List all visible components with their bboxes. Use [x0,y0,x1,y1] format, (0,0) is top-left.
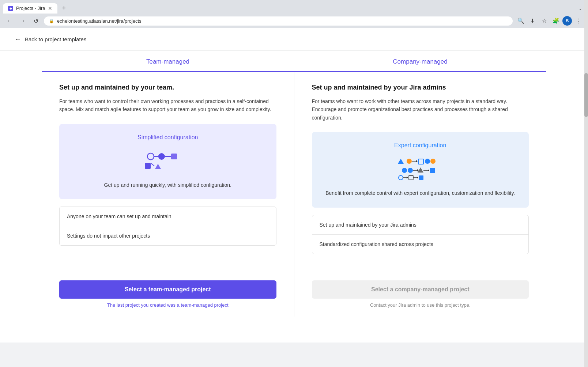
lock-icon: 🔒 [49,19,54,23]
svg-rect-6 [171,154,177,159]
scrollbar-thumb[interactable] [584,73,588,117]
active-tab[interactable]: ◆ Projects - Jira ✕ [3,3,57,14]
scrollbar-track[interactable] [584,0,588,343]
columns: Set up and maintained by your team. For … [42,72,546,273]
url-text: echelontesting.atlassian.net/jira/projec… [57,18,508,24]
team-heading: Set up and maintained by your team. [59,84,276,91]
team-action-section: Select a team-managed project The last p… [42,273,294,317]
back-button[interactable]: ← [4,16,15,26]
svg-point-16 [430,159,436,164]
team-desc: For teams who want to control their own … [59,97,276,114]
svg-marker-9 [155,164,161,169]
svg-rect-7 [145,163,151,169]
tab-company-managed[interactable]: Company-managed [294,51,546,71]
simplified-diagram [68,148,268,174]
address-bar[interactable]: 🔒 echelontesting.atlassian.net/jira/proj… [44,16,513,26]
company-action-section: Select a company-managed project Contact… [294,273,547,317]
back-link-label: Back to project templates [25,36,86,42]
team-info-item-1: Anyone on your team can set up and maint… [60,207,276,226]
tab-favicon: ◆ [8,6,13,11]
forward-button[interactable]: → [18,16,28,26]
svg-point-17 [402,168,407,173]
back-nav: ← Back to project templates [0,28,588,51]
company-info-item-2: Standardized configuration shared across… [312,235,529,254]
reload-button[interactable]: ↺ [31,16,41,26]
tabs-row: Team-managed Company-managed [42,51,546,72]
tab-close-button[interactable]: ✕ [48,5,52,11]
download-button[interactable]: ⬇ [527,16,538,26]
simplified-config-title: Simplified configuration [68,134,268,141]
svg-point-25 [399,175,403,180]
svg-line-8 [151,163,154,166]
bookmark-button[interactable]: ☆ [539,16,549,26]
svg-rect-14 [418,159,423,164]
svg-marker-30 [417,177,418,179]
svg-marker-10 [398,159,404,164]
tab-title: Projects - Jira [16,5,45,11]
select-company-button[interactable]: Select a company-managed project [312,280,529,299]
main-container: Team-managed Company-managed Set up and … [42,51,546,317]
team-managed-column: Set up and maintained by your team. For … [42,72,294,273]
svg-marker-27 [407,177,408,179]
svg-point-15 [425,159,430,164]
company-info-item-1: Set up and maintained by your Jira admin… [312,215,529,235]
action-row: Select a team-managed project The last p… [42,273,546,317]
simplified-config-desc: Get up and running quickly, with simplif… [68,181,268,189]
svg-marker-23 [428,169,429,171]
select-team-button[interactable]: Select a team-managed project [59,280,276,299]
svg-marker-5 [170,155,171,158]
svg-marker-13 [416,160,418,162]
browser-chrome: ◆ Projects - Jira ✕ + ⌄ ← → ↺ 🔒 echelont… [0,0,588,28]
expert-config-desc: Benefit from complete control with exper… [321,189,520,197]
expert-config-title: Expert configuration [321,142,520,149]
company-heading: Set up and maintained by your Jira admin… [312,84,529,91]
company-action-note: Contact your Jira admin to use this proj… [312,302,529,308]
search-browser-button[interactable]: 🔍 [516,16,526,26]
back-link[interactable]: ← Back to project templates [15,35,573,43]
extensions-button[interactable]: 🧩 [551,16,561,26]
team-info-item-2: Settings do not impact other projects [60,226,276,245]
tab-bar: ◆ Projects - Jira ✕ + ⌄ [0,0,588,14]
tab-team-managed[interactable]: Team-managed [42,51,294,71]
page-content: ← Back to project templates Team-managed… [0,28,588,343]
expert-config-card: Expert configuration [312,132,529,207]
team-info-list: Anyone on your team can set up and maint… [59,207,276,246]
simplified-config-card: Simplified configuration [59,124,276,199]
svg-point-18 [408,168,413,173]
new-tab-button[interactable]: + [59,3,69,14]
company-desc: For teams who want to work with other te… [312,97,529,122]
expert-diagram [321,156,520,182]
svg-rect-31 [419,175,423,180]
company-info-list: Set up and maintained by your Jira admin… [312,215,529,254]
svg-marker-21 [418,167,423,173]
svg-rect-24 [430,168,435,173]
back-arrow-icon: ← [15,35,21,43]
profile-avatar[interactable]: B [562,16,572,26]
browser-actions: 🔍 ⬇ ☆ 🧩 B ⋮ [516,16,584,26]
team-action-note: The last project you created was a team-… [59,302,276,308]
address-bar-row: ← → ↺ 🔒 echelontesting.atlassian.net/jir… [0,14,588,28]
chrome-menu-button[interactable]: ⋮ [573,16,584,26]
company-managed-column: Set up and maintained by your Jira admin… [294,72,547,273]
svg-point-11 [407,159,412,164]
svg-rect-28 [409,175,413,180]
svg-point-0 [147,153,154,160]
